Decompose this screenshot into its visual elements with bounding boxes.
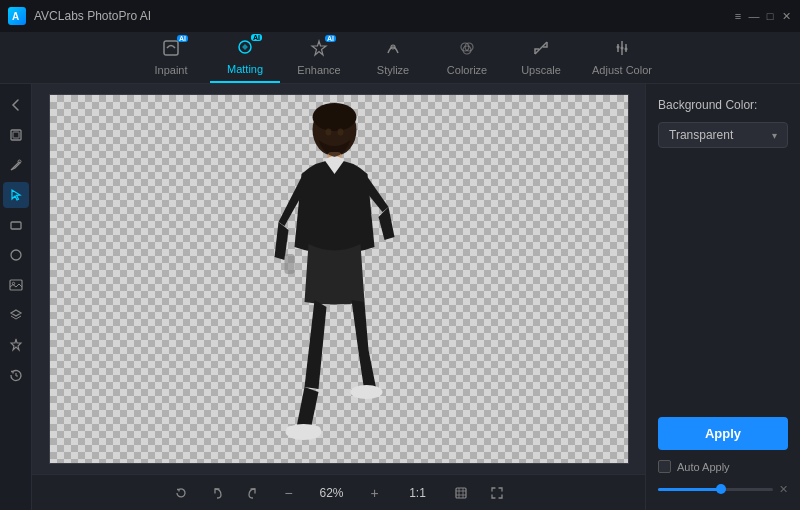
auto-apply-label: Auto Apply (677, 461, 730, 473)
nav-label-colorize: Colorize (447, 64, 487, 76)
nav-item-adjust-color[interactable]: Adjust Color (580, 33, 664, 82)
svg-rect-28 (286, 426, 320, 436)
svg-point-14 (624, 48, 627, 51)
nav-label-adjust-color: Adjust Color (592, 64, 652, 76)
chevron-down-icon: ▾ (772, 130, 777, 141)
svg-point-17 (18, 160, 21, 163)
enhance-ai-badge: AI (325, 35, 336, 42)
tool-select[interactable] (3, 182, 29, 208)
left-sidebar (0, 84, 32, 510)
tool-effects[interactable] (3, 332, 29, 358)
bottom-bar: − 62% + 1:1 (32, 474, 645, 510)
svg-point-31 (325, 129, 331, 136)
svg-rect-2 (164, 41, 178, 55)
tool-back[interactable] (3, 92, 29, 118)
nav-item-enhance[interactable]: AI Enhance (284, 33, 354, 82)
tool-circle[interactable] (3, 242, 29, 268)
app-title: AVCLabs PhotoPro AI (34, 9, 151, 23)
auto-apply-checkbox[interactable] (658, 460, 671, 473)
canvas-frame (49, 94, 629, 464)
slider-reset-icon[interactable]: ✕ (779, 483, 788, 496)
svg-point-32 (337, 129, 343, 136)
slider-row: ✕ (658, 483, 788, 496)
colorize-icon (458, 39, 476, 61)
zoom-level: 62% (313, 486, 351, 500)
window-controls: ≡ — □ ✕ (732, 10, 792, 22)
nav-label-inpaint: Inpaint (155, 64, 188, 76)
canvas-container[interactable] (32, 84, 645, 474)
app-logo: A (8, 7, 26, 25)
menu-button[interactable]: ≡ (732, 10, 744, 22)
nav-label-enhance: Enhance (297, 64, 340, 76)
tool-image[interactable] (3, 272, 29, 298)
title-bar-left: A AVCLabs PhotoPro AI (8, 7, 151, 25)
inpaint-ai-badge: AI (177, 35, 188, 42)
nav-item-colorize[interactable]: Colorize (432, 33, 502, 82)
slider-handle[interactable] (716, 484, 726, 494)
canvas-area: − 62% + 1:1 (32, 84, 645, 510)
inpaint-icon: AI (162, 39, 180, 61)
maximize-button[interactable]: □ (764, 10, 776, 22)
nav-item-matting[interactable]: AI Matting (210, 32, 280, 83)
svg-rect-18 (11, 222, 21, 229)
right-panel: Background Color: Transparent ▾ Apply Au… (645, 84, 800, 510)
tool-history[interactable] (3, 362, 29, 388)
matting-ai-badge: AI (251, 34, 262, 41)
redo-button[interactable] (241, 481, 265, 505)
svg-rect-30 (352, 388, 380, 397)
svg-point-12 (620, 47, 623, 50)
auto-apply-row: Auto Apply (658, 460, 788, 473)
zoom-in-button[interactable]: + (363, 481, 387, 505)
svg-rect-34 (456, 488, 466, 498)
enhance-icon: AI (310, 39, 328, 61)
upscale-icon (532, 39, 550, 61)
nav-item-upscale[interactable]: Upscale (506, 33, 576, 82)
nav-item-stylize[interactable]: Stylize (358, 33, 428, 82)
minimize-button[interactable]: — (748, 10, 760, 22)
matting-icon: AI (236, 38, 254, 60)
spacer (658, 158, 788, 407)
undo-button[interactable] (205, 481, 229, 505)
nav-item-inpaint[interactable]: AI Inpaint (136, 33, 206, 82)
nav-label-stylize: Stylize (377, 64, 409, 76)
tool-pen[interactable] (3, 152, 29, 178)
apply-button[interactable]: Apply (658, 417, 788, 450)
fit-button[interactable] (449, 481, 473, 505)
slider-fill (658, 488, 721, 491)
zoom-out-button[interactable]: − (277, 481, 301, 505)
title-bar: A AVCLabs PhotoPro AI ≡ — □ ✕ (0, 0, 800, 32)
nav-bar: AI Inpaint AI Matting AI Enhance (0, 32, 800, 84)
adjust-color-icon (613, 39, 631, 61)
tool-rect[interactable] (3, 212, 29, 238)
person-figure (246, 102, 431, 457)
svg-point-13 (616, 46, 619, 49)
bg-color-label: Background Color: (658, 98, 788, 112)
svg-point-19 (11, 250, 21, 260)
nav-label-matting: Matting (227, 63, 263, 75)
stylize-icon (384, 39, 402, 61)
tool-layers[interactable] (3, 302, 29, 328)
svg-rect-33 (284, 254, 294, 274)
bg-color-dropdown[interactable]: Transparent ▾ (658, 122, 788, 148)
slider-track[interactable] (658, 488, 773, 491)
svg-point-25 (312, 103, 356, 131)
rotate-left-button[interactable] (169, 481, 193, 505)
main-layout: − 62% + 1:1 (0, 84, 800, 510)
dropdown-value: Transparent (669, 128, 733, 142)
nav-label-upscale: Upscale (521, 64, 561, 76)
svg-line-8 (535, 42, 547, 54)
ratio-label: 1:1 (399, 486, 437, 500)
tool-crop[interactable] (3, 122, 29, 148)
close-button[interactable]: ✕ (780, 10, 792, 22)
svg-rect-16 (13, 132, 19, 138)
fullscreen-button[interactable] (485, 481, 509, 505)
svg-text:A: A (12, 11, 19, 22)
